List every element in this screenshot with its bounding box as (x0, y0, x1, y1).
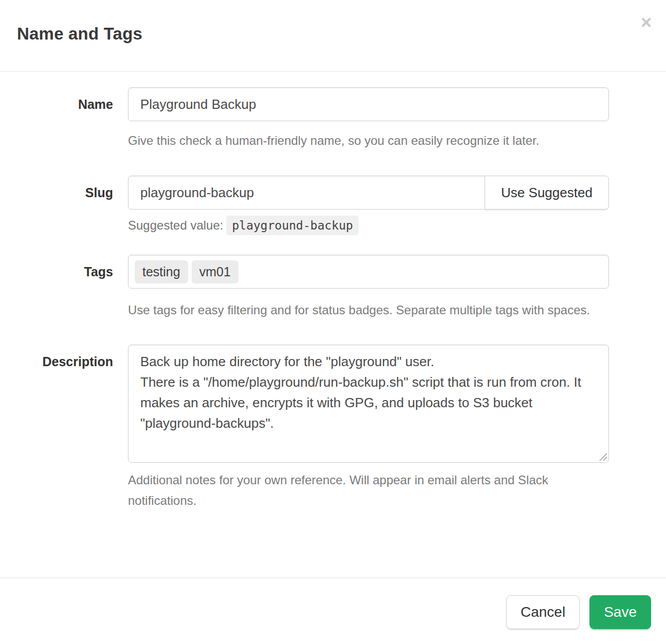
tags-label: Tags (0, 255, 128, 320)
suggested-value-code: playground-backup (226, 216, 358, 235)
slug-controls: Use Suggested Suggested value:playground… (128, 176, 609, 233)
name-field-row: Name Give this check a human-friendly na… (0, 87, 624, 151)
dialog-body: Name Give this check a human-friendly na… (0, 72, 666, 577)
description-textarea-wrap: Back up home directory for the "playgrou… (128, 345, 609, 463)
tag-chip[interactable]: testing (135, 260, 188, 283)
dialog-title: Name and Tags (17, 25, 651, 43)
name-label: Name (0, 87, 128, 151)
name-help-text: Give this check a human-friendly name, s… (128, 130, 609, 151)
suggested-value-line: Suggested value:playground-backup (128, 218, 609, 233)
slug-field-row: Slug Use Suggested Suggested value:playg… (0, 176, 624, 233)
use-suggested-button[interactable]: Use Suggested (485, 176, 609, 210)
dialog-footer: Cancel Save (0, 577, 666, 644)
name-input[interactable] (128, 87, 609, 121)
close-icon: × (641, 12, 652, 33)
description-textarea[interactable]: Back up home directory for the "playgrou… (128, 345, 609, 463)
close-button[interactable]: × (641, 13, 652, 32)
slug-input[interactable] (128, 176, 486, 210)
name-controls: Give this check a human-friendly name, s… (128, 87, 609, 151)
description-controls: Back up home directory for the "playgrou… (128, 345, 609, 511)
save-button[interactable]: Save (589, 595, 651, 629)
slug-label: Slug (0, 176, 128, 233)
name-and-tags-dialog: Name and Tags × Name Give this check a h… (0, 0, 666, 644)
description-label: Description (0, 345, 128, 511)
dialog-header: Name and Tags × (0, 0, 666, 72)
suggested-value-label: Suggested value: (128, 218, 223, 232)
tags-controls: testingvm01 Use tags for easy filtering … (128, 255, 609, 320)
tag-chip[interactable]: vm01 (192, 260, 238, 283)
description-help-text: Additional notes for your own reference.… (128, 470, 596, 511)
description-field-row: Description Back up home directory for t… (0, 345, 624, 511)
tags-input[interactable]: testingvm01 (128, 255, 609, 289)
cancel-button[interactable]: Cancel (506, 595, 580, 629)
slug-input-group: Use Suggested (128, 176, 609, 210)
tags-field-row: Tags testingvm01 Use tags for easy filte… (0, 255, 624, 320)
tags-help-text: Use tags for easy filtering and for stat… (128, 300, 596, 320)
